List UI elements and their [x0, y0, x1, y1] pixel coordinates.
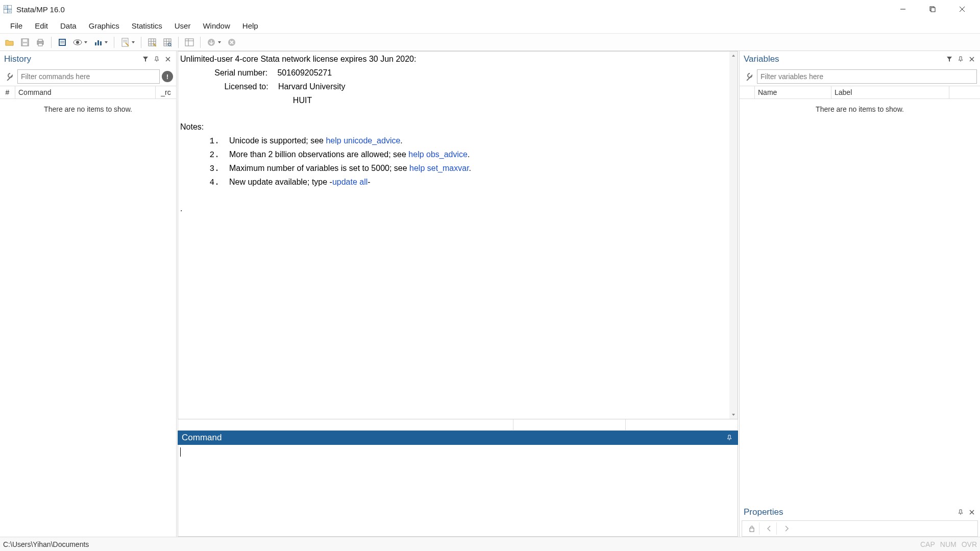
svg-rect-12 [23, 43, 27, 45]
command-title: Command [182, 433, 725, 443]
variables-col-label[interactable]: Label [831, 86, 949, 98]
results-scrollbar[interactable] [729, 52, 738, 419]
wrench-icon[interactable] [743, 70, 755, 83]
pin-icon[interactable] [725, 433, 734, 442]
toolbar [0, 34, 980, 51]
menu-graphics[interactable]: Graphics [83, 19, 126, 32]
titlebar: Stata/MP 16.0 [0, 0, 980, 18]
data-editor-browse-icon[interactable] [161, 36, 174, 49]
results-content: Unlimited-user 4-core Stata network lice… [180, 53, 728, 216]
variables-empty: There are no items to show. [740, 99, 980, 504]
link-update-all[interactable]: update all [332, 178, 368, 186]
graph-icon[interactable] [91, 36, 105, 49]
svg-rect-7 [931, 8, 935, 12]
break-icon[interactable] [225, 36, 238, 49]
variables-col-name[interactable]: Name [755, 86, 831, 98]
close-icon[interactable] [967, 507, 977, 517]
svg-point-21 [76, 41, 79, 44]
svg-rect-4 [9, 10, 11, 12]
menu-window[interactable]: Window [197, 19, 236, 32]
num-indicator: NUM [940, 540, 957, 548]
svg-rect-11 [23, 39, 27, 42]
results-panel: Unlimited-user 4-core Stata network lice… [178, 51, 738, 419]
minimize-button[interactable] [888, 0, 918, 18]
log-icon[interactable] [56, 36, 69, 49]
svg-rect-3 [5, 6, 7, 8]
history-title: History [4, 54, 139, 64]
link-obs-advice[interactable]: help obs_advice [408, 150, 468, 159]
menubar: File Edit Data Graphics Statistics User … [0, 18, 980, 34]
data-editor-edit-icon[interactable] [145, 36, 159, 49]
next-icon[interactable] [779, 522, 794, 535]
app-title: Stata/MP 16.0 [16, 5, 65, 14]
properties-title: Properties [744, 507, 954, 517]
close-icon[interactable] [163, 54, 173, 64]
svg-rect-15 [38, 43, 42, 46]
menu-data[interactable]: Data [54, 19, 83, 32]
svg-rect-33 [164, 39, 171, 46]
svg-rect-22 [95, 42, 96, 45]
svg-rect-14 [38, 39, 42, 41]
more-icon[interactable] [205, 36, 218, 49]
print-icon[interactable] [34, 36, 47, 49]
command-panel: Command [178, 431, 738, 537]
results-statusbar [178, 419, 738, 431]
link-set-maxvar[interactable]: help set_maxvar [409, 164, 469, 172]
viewer-icon[interactable] [71, 36, 84, 49]
history-toggle-button[interactable]: ! [162, 71, 173, 82]
history-columns: # Command _rc [0, 86, 176, 99]
wrench-icon[interactable] [3, 70, 15, 83]
svg-rect-17 [60, 40, 65, 45]
svg-rect-23 [97, 40, 99, 45]
svg-rect-24 [100, 41, 102, 45]
filter-icon[interactable] [944, 54, 954, 64]
menu-statistics[interactable]: Statistics [126, 19, 168, 32]
history-col-rc[interactable]: _rc [156, 86, 176, 98]
variables-manager-icon[interactable] [183, 36, 196, 49]
history-col-command[interactable]: Command [15, 86, 156, 98]
prev-icon[interactable] [762, 522, 777, 535]
close-icon[interactable] [967, 54, 977, 64]
open-icon[interactable] [3, 36, 16, 49]
ovr-indicator: OVR [962, 540, 977, 548]
variables-panel: Variables Name Label There are no items … [740, 51, 980, 504]
history-col-num[interactable]: # [0, 86, 15, 98]
svg-rect-53 [750, 528, 754, 532]
history-empty: There are no items to show. [0, 99, 176, 537]
menu-user[interactable]: User [168, 19, 197, 32]
svg-rect-40 [185, 39, 193, 46]
maximize-button[interactable] [918, 0, 947, 18]
pin-icon[interactable] [955, 54, 966, 64]
variables-filter-input[interactable] [757, 69, 977, 84]
command-input[interactable] [178, 445, 738, 537]
properties-panel: Properties [740, 504, 980, 537]
save-icon[interactable] [18, 36, 32, 49]
link-unicode-advice[interactable]: help unicode_advice [326, 136, 400, 145]
dofile-editor-icon[interactable] [118, 36, 132, 49]
cap-indicator: CAP [920, 540, 935, 548]
menu-help[interactable]: Help [236, 19, 264, 32]
pin-icon[interactable] [955, 507, 966, 517]
history-filter-input[interactable] [17, 69, 160, 84]
working-directory: C:\Users\Yihan\Documents [3, 540, 915, 548]
variables-title: Variables [744, 54, 943, 64]
app-icon [3, 5, 12, 14]
scroll-down-icon[interactable] [729, 411, 738, 419]
menu-edit[interactable]: Edit [29, 19, 54, 32]
variables-columns: Name Label [740, 86, 980, 99]
lock-icon[interactable] [744, 522, 760, 535]
filter-icon[interactable] [140, 54, 151, 64]
menu-file[interactable]: File [4, 19, 29, 32]
history-panel: History ! # Command _rc There are no ite… [0, 51, 177, 537]
pin-icon[interactable] [152, 54, 162, 64]
close-button[interactable] [947, 0, 977, 18]
svg-line-39 [170, 45, 172, 46]
scroll-up-icon[interactable] [729, 52, 738, 60]
footer-statusbar: C:\Users\Yihan\Documents CAP NUM OVR [0, 537, 980, 551]
